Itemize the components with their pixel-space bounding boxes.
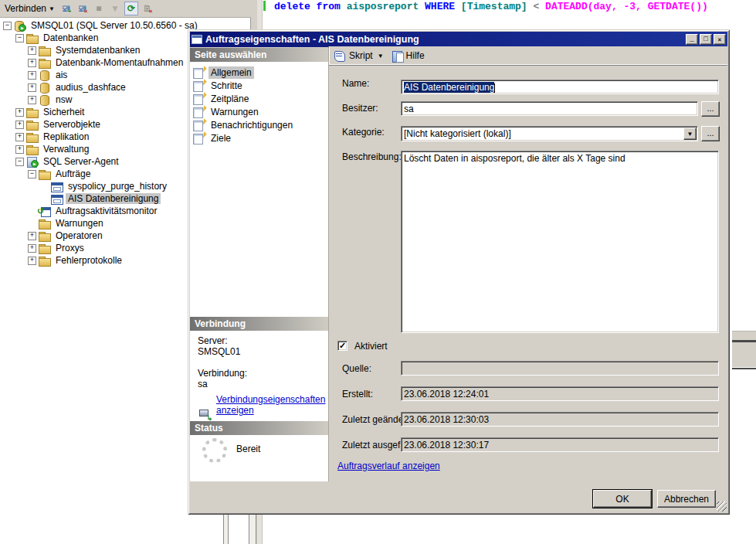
connection-properties-link-2[interactable]: anzeigen (216, 405, 254, 416)
job-icon (192, 35, 202, 44)
connect-button[interactable]: Verbinden ▼ (2, 1, 58, 16)
server-connect-icon[interactable]: 🖳+ (59, 2, 73, 15)
maximize-button[interactable]: □ (700, 34, 712, 45)
expand-icon[interactable]: + (28, 46, 36, 55)
tree-item[interactable]: Auftragsaktivitätsmonitor (28, 205, 159, 217)
expand-icon[interactable]: + (28, 257, 36, 265)
connection-properties-link[interactable]: Verbindungseigenschaften (216, 394, 325, 405)
page-item-label: Ziele (208, 132, 233, 144)
dialog-titlebar[interactable]: Auftragseigenschaften - AIS Datenbereini… (190, 32, 727, 47)
tree-item[interactable]: +Serverobjekte (15, 118, 103, 131)
chevron-down-icon[interactable]: ▼ (378, 53, 384, 60)
close-button[interactable]: ✕ (714, 34, 726, 45)
folder-icon (26, 119, 38, 130)
page-item-label: Allgemein (208, 66, 254, 79)
tree-item[interactable]: +Operatoren (28, 230, 105, 242)
sql-code-line: delete from aisposreport WHERE [Timestam… (274, 1, 708, 12)
server-disconnect-icon-badge: × (84, 8, 88, 15)
enabled-checkbox[interactable]: ✓ (337, 341, 347, 351)
background-window-band2 (732, 342, 756, 367)
tree-item[interactable]: AIS Datenbereinigung (40, 192, 161, 205)
page-item-label: Benachrichtigungen (208, 119, 295, 131)
pages-header: Seite auswählen (190, 48, 328, 62)
page-item-allgemein[interactable]: Allgemein (193, 66, 254, 79)
tree-item-label: Datenbanken (41, 32, 100, 43)
server-disconnect-icon[interactable]: 🖳× (76, 2, 90, 15)
db-icon (39, 82, 50, 93)
expand-icon[interactable]: + (28, 83, 36, 92)
stop-icon: ■ (92, 2, 106, 15)
tree-item[interactable]: +Fehlerprotokolle (28, 254, 124, 267)
tree-item[interactable]: +Sicherheit (15, 106, 86, 118)
server-connect-icon-badge: + (68, 8, 72, 15)
name-value: AIS Datenbereinigung (404, 82, 494, 93)
tree-item[interactable]: +audius_dashface (28, 81, 128, 94)
tree-item[interactable]: +Systemdatenbanken (28, 44, 142, 56)
resize-grip[interactable] (717, 502, 727, 512)
page-item-warnungen[interactable]: Warnungen (193, 106, 261, 118)
ok-button[interactable]: OK (593, 490, 652, 508)
name-input[interactable]: AIS Datenbereinigung (401, 80, 719, 94)
splitter-line-right (249, 515, 256, 544)
expand-icon[interactable]: + (28, 244, 36, 253)
filter-icon: ▼ (108, 2, 122, 15)
expand-icon[interactable]: + (15, 121, 24, 129)
description-textarea[interactable]: Löscht Daten in aisposreport, die älter … (401, 151, 719, 333)
page-item-zeitpl-ne[interactable]: Zeitpläne (193, 93, 251, 105)
collapse-icon[interactable]: − (3, 22, 12, 30)
owner-input[interactable]: sa (401, 101, 698, 116)
tree-item[interactable]: +Datenbank-Momentaufnahmen (28, 56, 185, 69)
tree-item[interactable]: −Datenbanken (15, 32, 100, 44)
owner-browse-button[interactable]: ... (701, 101, 720, 117)
expand-icon[interactable]: + (28, 232, 36, 240)
cancel-button[interactable]: Abbrechen (657, 490, 716, 508)
job-properties-dialog: Auftragseigenschaften - AIS Datenbereini… (188, 29, 730, 515)
tree-item[interactable]: Warnungen (28, 217, 106, 230)
page-item-schritte[interactable]: Schritte (193, 80, 245, 92)
page-item-benachrichtigungen[interactable]: Benachrichtigungen (193, 119, 295, 131)
expand-icon[interactable]: + (15, 108, 24, 117)
tree-item[interactable]: +ais (28, 69, 69, 81)
category-dropdown[interactable]: [Nicht kategorisiert (lokal)] ▼ (401, 126, 698, 141)
tree-item-label: SQL Server-Agent (41, 156, 121, 167)
script-error-icon[interactable]: 🗎× (141, 2, 154, 15)
category-value: [Nicht kategorisiert (lokal)] (402, 127, 683, 141)
tree-item[interactable]: −Aufträge (28, 168, 93, 180)
refresh-icon[interactable]: ⟳ (124, 2, 138, 15)
connection-header: Verbindung (190, 317, 328, 331)
script-button[interactable]: Skript (349, 50, 373, 61)
job-history-link[interactable]: Auftragsverlauf anzeigen (337, 461, 440, 471)
db-icon (39, 94, 50, 105)
dialog-title: Auftragseigenschaften - AIS Datenbereini… (205, 34, 684, 45)
folder-icon (26, 107, 38, 117)
page-item-ziele[interactable]: Ziele (193, 132, 233, 144)
minimize-button[interactable]: _ (686, 34, 698, 45)
expand-icon[interactable]: + (28, 59, 36, 67)
job-icon (51, 181, 63, 192)
help-button[interactable]: Hilfe (406, 50, 425, 61)
tree-item[interactable]: +Verwaltung (15, 143, 91, 155)
category-label: Kategorie: (342, 127, 385, 138)
expand-icon[interactable]: + (28, 96, 36, 104)
dialog-left-pane: Seite auswählen AllgemeinSchritteZeitplä… (190, 48, 329, 481)
expand-icon[interactable]: + (15, 145, 24, 154)
tree-item[interactable]: −SQL Server-Agent (15, 155, 121, 168)
collapse-icon[interactable]: − (15, 34, 24, 42)
collapse-icon[interactable]: − (15, 158, 24, 166)
progress-spinner-icon (202, 438, 227, 463)
expand-icon[interactable]: + (15, 133, 24, 141)
tree-item[interactable]: syspolicy_purge_history (40, 180, 169, 192)
category-browse-button[interactable]: ... (701, 126, 720, 141)
page-item-label: Zeitpläne (208, 93, 251, 105)
tree-item[interactable]: −SMSQL01 (SQL Server 10.50.6560 - sa) (3, 19, 200, 32)
page-icon (193, 133, 205, 144)
server-icon (14, 20, 25, 31)
expand-icon[interactable]: + (28, 71, 36, 80)
tree-item[interactable]: +Proxys (28, 242, 86, 254)
tree-item[interactable]: +Replikation (15, 131, 91, 143)
sql-token: aisposreport (347, 1, 425, 12)
collapse-icon[interactable]: − (28, 170, 36, 178)
dropdown-arrow-icon[interactable]: ▼ (683, 128, 697, 140)
tree-item-label: AIS Datenbereinigung (66, 193, 161, 204)
tree-item[interactable]: +nsw (28, 94, 74, 106)
